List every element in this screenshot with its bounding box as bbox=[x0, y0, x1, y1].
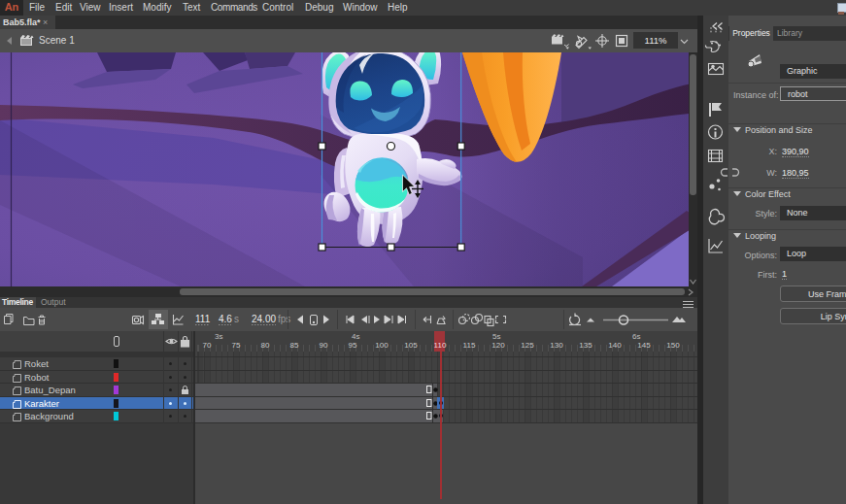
svg-text:s: s bbox=[234, 314, 239, 324]
svg-text:4.6: 4.6 bbox=[219, 314, 232, 324]
svg-text:111: 111 bbox=[195, 314, 211, 324]
svg-text:fps: fps bbox=[278, 314, 290, 324]
svg-text:24.00: 24.00 bbox=[252, 314, 276, 324]
